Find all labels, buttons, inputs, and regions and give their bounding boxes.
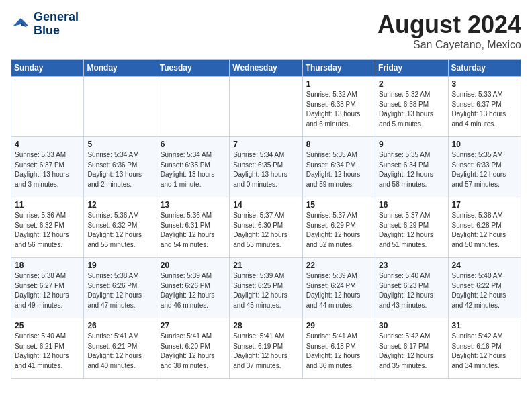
day-number: 29	[306, 321, 371, 330]
day-number: 12	[87, 200, 152, 210]
day-info: Sunrise: 5:42 AM Sunset: 6:17 PM Dayligh…	[379, 332, 444, 371]
day-number: 18	[15, 261, 80, 270]
day-info: Sunrise: 5:38 AM Sunset: 6:27 PM Dayligh…	[15, 271, 80, 310]
calendar-cell: 4Sunrise: 5:33 AM Sunset: 6:37 PM Daylig…	[11, 137, 84, 197]
calendar-cell: 5Sunrise: 5:34 AM Sunset: 6:36 PM Daylig…	[84, 137, 157, 197]
day-info: Sunrise: 5:32 AM Sunset: 6:38 PM Dayligh…	[306, 90, 371, 129]
calendar-cell: 14Sunrise: 5:37 AM Sunset: 6:30 PM Dayli…	[230, 197, 302, 258]
calendar-cell: 17Sunrise: 5:38 AM Sunset: 6:28 PM Dayli…	[448, 197, 521, 258]
day-number: 22	[306, 261, 371, 270]
calendar-title: August 2024	[378, 11, 521, 39]
calendar-cell	[11, 77, 84, 137]
calendar-cell: 30Sunrise: 5:42 AM Sunset: 6:17 PM Dayli…	[375, 318, 448, 379]
calendar-cell: 13Sunrise: 5:36 AM Sunset: 6:31 PM Dayli…	[157, 197, 229, 258]
calendar-cell: 9Sunrise: 5:35 AM Sunset: 6:34 PM Daylig…	[375, 137, 448, 197]
day-number: 25	[15, 321, 80, 330]
day-number: 11	[15, 200, 80, 210]
day-number: 13	[161, 200, 226, 210]
calendar-cell: 27Sunrise: 5:41 AM Sunset: 6:20 PM Dayli…	[157, 318, 229, 379]
day-info: Sunrise: 5:40 AM Sunset: 6:22 PM Dayligh…	[452, 271, 517, 310]
day-number: 6	[161, 140, 226, 149]
calendar-cell: 6Sunrise: 5:34 AM Sunset: 6:35 PM Daylig…	[157, 137, 229, 197]
day-number: 17	[452, 200, 517, 210]
calendar-cell: 24Sunrise: 5:40 AM Sunset: 6:22 PM Dayli…	[448, 258, 521, 318]
day-number: 19	[87, 261, 152, 270]
day-number: 2	[379, 79, 444, 89]
day-info: Sunrise: 5:36 AM Sunset: 6:32 PM Dayligh…	[87, 211, 152, 250]
day-info: Sunrise: 5:35 AM Sunset: 6:33 PM Dayligh…	[452, 150, 517, 189]
day-info: Sunrise: 5:37 AM Sunset: 6:30 PM Dayligh…	[233, 211, 298, 250]
day-info: Sunrise: 5:38 AM Sunset: 6:28 PM Dayligh…	[452, 211, 517, 250]
logo: General Blue	[11, 11, 79, 38]
calendar-week-1: 1Sunrise: 5:32 AM Sunset: 6:38 PM Daylig…	[11, 77, 521, 137]
day-header-thursday: Thursday	[302, 60, 375, 77]
day-info: Sunrise: 5:34 AM Sunset: 6:35 PM Dayligh…	[233, 150, 298, 189]
day-info: Sunrise: 5:37 AM Sunset: 6:29 PM Dayligh…	[306, 211, 371, 250]
day-number: 10	[452, 140, 517, 149]
calendar-cell: 10Sunrise: 5:35 AM Sunset: 6:33 PM Dayli…	[448, 137, 521, 197]
calendar-cell: 28Sunrise: 5:41 AM Sunset: 6:19 PM Dayli…	[230, 318, 302, 379]
day-info: Sunrise: 5:39 AM Sunset: 6:24 PM Dayligh…	[306, 271, 371, 310]
calendar-cell: 20Sunrise: 5:39 AM Sunset: 6:26 PM Dayli…	[157, 258, 229, 318]
day-number: 4	[15, 140, 80, 149]
calendar-cell: 22Sunrise: 5:39 AM Sunset: 6:24 PM Dayli…	[302, 258, 375, 318]
logo-text: General Blue	[34, 11, 79, 38]
day-header-friday: Friday	[375, 60, 448, 77]
calendar-table: SundayMondayTuesdayWednesdayThursdayFrid…	[11, 59, 521, 379]
calendar-cell: 31Sunrise: 5:42 AM Sunset: 6:16 PM Dayli…	[448, 318, 521, 379]
day-number: 27	[161, 321, 226, 330]
day-header-wednesday: Wednesday	[230, 60, 302, 77]
calendar-week-2: 4Sunrise: 5:33 AM Sunset: 6:37 PM Daylig…	[11, 137, 521, 197]
day-info: Sunrise: 5:41 AM Sunset: 6:19 PM Dayligh…	[233, 332, 298, 371]
day-number: 3	[452, 79, 517, 89]
calendar-cell	[230, 77, 302, 137]
day-number: 14	[233, 200, 298, 210]
day-info: Sunrise: 5:42 AM Sunset: 6:16 PM Dayligh…	[452, 332, 517, 371]
calendar-cell: 2Sunrise: 5:32 AM Sunset: 6:38 PM Daylig…	[375, 77, 448, 137]
day-number: 8	[306, 140, 371, 149]
calendar-header: SundayMondayTuesdayWednesdayThursdayFrid…	[11, 60, 521, 77]
day-info: Sunrise: 5:35 AM Sunset: 6:34 PM Dayligh…	[379, 150, 444, 189]
calendar-cell: 3Sunrise: 5:33 AM Sunset: 6:37 PM Daylig…	[448, 77, 521, 137]
day-number: 23	[379, 261, 444, 270]
calendar-cell: 19Sunrise: 5:38 AM Sunset: 6:26 PM Dayli…	[84, 258, 157, 318]
calendar-cell: 23Sunrise: 5:40 AM Sunset: 6:23 PM Dayli…	[375, 258, 448, 318]
calendar-cell	[84, 77, 157, 137]
title-block: August 2024 San Cayetano, Mexico	[378, 11, 521, 51]
day-info: Sunrise: 5:39 AM Sunset: 6:26 PM Dayligh…	[161, 271, 226, 310]
day-info: Sunrise: 5:34 AM Sunset: 6:35 PM Dayligh…	[161, 150, 226, 189]
day-number: 20	[161, 261, 226, 270]
calendar-cell: 21Sunrise: 5:39 AM Sunset: 6:25 PM Dayli…	[230, 258, 302, 318]
day-number: 21	[233, 261, 298, 270]
calendar-week-3: 11Sunrise: 5:36 AM Sunset: 6:32 PM Dayli…	[11, 197, 521, 258]
day-header-tuesday: Tuesday	[157, 60, 229, 77]
day-number: 5	[87, 140, 152, 149]
day-info: Sunrise: 5:36 AM Sunset: 6:32 PM Dayligh…	[15, 211, 80, 250]
day-info: Sunrise: 5:35 AM Sunset: 6:34 PM Dayligh…	[306, 150, 371, 189]
calendar-cell: 7Sunrise: 5:34 AM Sunset: 6:35 PM Daylig…	[230, 137, 302, 197]
calendar-week-4: 18Sunrise: 5:38 AM Sunset: 6:27 PM Dayli…	[11, 258, 521, 318]
day-number: 24	[452, 261, 517, 270]
day-number: 7	[233, 140, 298, 149]
day-info: Sunrise: 5:40 AM Sunset: 6:21 PM Dayligh…	[15, 332, 80, 371]
day-header-monday: Monday	[84, 60, 157, 77]
page-header: General Blue August 2024 San Cayetano, M…	[11, 11, 521, 51]
day-info: Sunrise: 5:38 AM Sunset: 6:26 PM Dayligh…	[87, 271, 152, 310]
day-info: Sunrise: 5:36 AM Sunset: 6:31 PM Dayligh…	[161, 211, 226, 250]
day-number: 1	[306, 79, 371, 89]
day-info: Sunrise: 5:40 AM Sunset: 6:23 PM Dayligh…	[379, 271, 444, 310]
calendar-cell	[157, 77, 229, 137]
day-number: 31	[452, 321, 517, 330]
day-number: 9	[379, 140, 444, 149]
calendar-cell: 18Sunrise: 5:38 AM Sunset: 6:27 PM Dayli…	[11, 258, 84, 318]
day-info: Sunrise: 5:41 AM Sunset: 6:20 PM Dayligh…	[161, 332, 226, 371]
day-number: 15	[306, 200, 371, 210]
day-number: 16	[379, 200, 444, 210]
calendar-cell: 26Sunrise: 5:41 AM Sunset: 6:21 PM Dayli…	[84, 318, 157, 379]
calendar-cell: 11Sunrise: 5:36 AM Sunset: 6:32 PM Dayli…	[11, 197, 84, 258]
day-header-sunday: Sunday	[11, 60, 84, 77]
day-info: Sunrise: 5:33 AM Sunset: 6:37 PM Dayligh…	[15, 150, 80, 189]
day-number: 30	[379, 321, 444, 330]
day-info: Sunrise: 5:34 AM Sunset: 6:36 PM Dayligh…	[87, 150, 152, 189]
day-info: Sunrise: 5:33 AM Sunset: 6:37 PM Dayligh…	[452, 90, 517, 129]
